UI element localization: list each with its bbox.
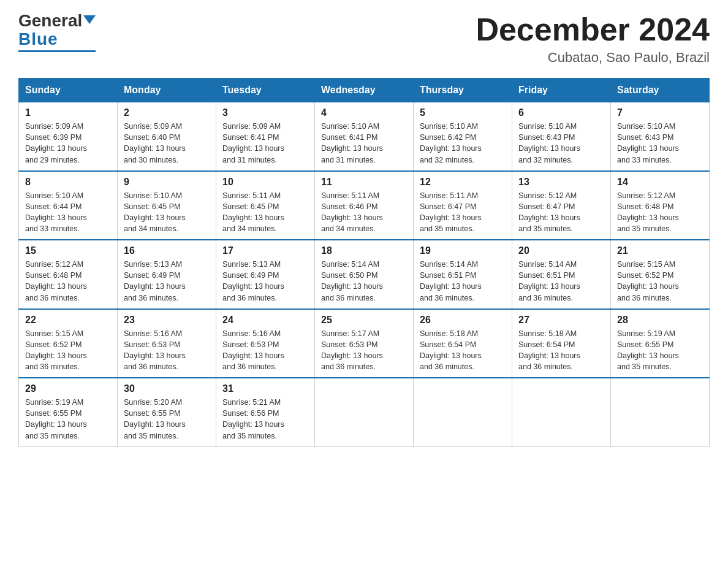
- logo-triangle-icon: [83, 15, 96, 24]
- day-info: Sunrise: 5:10 AM Sunset: 6:41 PM Dayligh…: [321, 121, 407, 166]
- day-info: Sunrise: 5:18 AM Sunset: 6:54 PM Dayligh…: [518, 328, 604, 373]
- page-header: General Blue December 2024 Cubatao, Sao …: [18, 12, 710, 66]
- day-number: 14: [617, 177, 703, 188]
- calendar-week-row: 22 Sunrise: 5:15 AM Sunset: 6:52 PM Dayl…: [19, 309, 710, 378]
- day-info: Sunrise: 5:10 AM Sunset: 6:43 PM Dayligh…: [518, 121, 604, 166]
- day-number: 7: [617, 107, 703, 118]
- day-number: 10: [222, 177, 308, 188]
- day-info: Sunrise: 5:11 AM Sunset: 6:45 PM Dayligh…: [222, 190, 308, 235]
- day-number: 8: [25, 177, 111, 188]
- day-info: Sunrise: 5:19 AM Sunset: 6:55 PM Dayligh…: [617, 328, 703, 373]
- day-info: Sunrise: 5:18 AM Sunset: 6:54 PM Dayligh…: [420, 328, 506, 373]
- table-row: 13 Sunrise: 5:12 AM Sunset: 6:47 PM Dayl…: [512, 171, 611, 240]
- day-number: 9: [124, 177, 210, 188]
- logo: General Blue: [18, 12, 96, 52]
- day-number: 20: [518, 245, 604, 256]
- day-info: Sunrise: 5:15 AM Sunset: 6:52 PM Dayligh…: [617, 259, 703, 304]
- day-info: Sunrise: 5:10 AM Sunset: 6:43 PM Dayligh…: [617, 121, 703, 166]
- table-row: 19 Sunrise: 5:14 AM Sunset: 6:51 PM Dayl…: [414, 240, 512, 309]
- table-row: [611, 378, 710, 446]
- day-number: 18: [321, 245, 407, 256]
- day-info: Sunrise: 5:15 AM Sunset: 6:52 PM Dayligh…: [25, 328, 111, 373]
- day-info: Sunrise: 5:19 AM Sunset: 6:55 PM Dayligh…: [25, 397, 111, 442]
- day-number: 1: [25, 107, 111, 118]
- title-area: December 2024 Cubatao, Sao Paulo, Brazil: [476, 12, 710, 66]
- day-info: Sunrise: 5:16 AM Sunset: 6:53 PM Dayligh…: [222, 328, 308, 373]
- col-sunday: Sunday: [19, 79, 118, 102]
- day-number: 4: [321, 107, 407, 118]
- day-number: 6: [518, 107, 604, 118]
- day-info: Sunrise: 5:17 AM Sunset: 6:53 PM Dayligh…: [321, 328, 407, 373]
- day-number: 3: [222, 107, 308, 118]
- table-row: [414, 378, 512, 446]
- day-number: 28: [617, 315, 703, 326]
- day-info: Sunrise: 5:12 AM Sunset: 6:48 PM Dayligh…: [25, 259, 111, 304]
- day-number: 21: [617, 245, 703, 256]
- day-info: Sunrise: 5:14 AM Sunset: 6:50 PM Dayligh…: [321, 259, 407, 304]
- day-info: Sunrise: 5:12 AM Sunset: 6:47 PM Dayligh…: [518, 190, 604, 235]
- day-number: 12: [420, 177, 506, 188]
- table-row: 3 Sunrise: 5:09 AM Sunset: 6:41 PM Dayli…: [216, 102, 315, 171]
- day-info: Sunrise: 5:14 AM Sunset: 6:51 PM Dayligh…: [518, 259, 604, 304]
- calendar-week-row: 29 Sunrise: 5:19 AM Sunset: 6:55 PM Dayl…: [19, 378, 710, 446]
- day-number: 13: [518, 177, 604, 188]
- table-row: 9 Sunrise: 5:10 AM Sunset: 6:45 PM Dayli…: [118, 171, 216, 240]
- col-friday: Friday: [512, 79, 611, 102]
- day-number: 29: [25, 383, 111, 394]
- table-row: 1 Sunrise: 5:09 AM Sunset: 6:39 PM Dayli…: [19, 102, 118, 171]
- month-title: December 2024: [476, 12, 710, 47]
- table-row: 2 Sunrise: 5:09 AM Sunset: 6:40 PM Dayli…: [118, 102, 216, 171]
- day-info: Sunrise: 5:20 AM Sunset: 6:55 PM Dayligh…: [124, 397, 210, 442]
- day-number: 25: [321, 315, 407, 326]
- table-row: 5 Sunrise: 5:10 AM Sunset: 6:42 PM Dayli…: [414, 102, 512, 171]
- day-number: 24: [222, 315, 308, 326]
- day-number: 17: [222, 245, 308, 256]
- table-row: 25 Sunrise: 5:17 AM Sunset: 6:53 PM Dayl…: [315, 309, 414, 378]
- day-info: Sunrise: 5:14 AM Sunset: 6:51 PM Dayligh…: [420, 259, 506, 304]
- table-row: 20 Sunrise: 5:14 AM Sunset: 6:51 PM Dayl…: [512, 240, 611, 309]
- calendar-week-row: 1 Sunrise: 5:09 AM Sunset: 6:39 PM Dayli…: [19, 102, 710, 171]
- day-number: 15: [25, 245, 111, 256]
- day-info: Sunrise: 5:09 AM Sunset: 6:40 PM Dayligh…: [124, 121, 210, 166]
- day-info: Sunrise: 5:11 AM Sunset: 6:46 PM Dayligh…: [321, 190, 407, 235]
- day-number: 27: [518, 315, 604, 326]
- day-info: Sunrise: 5:13 AM Sunset: 6:49 PM Dayligh…: [222, 259, 308, 304]
- logo-blue: Blue: [18, 29, 58, 49]
- day-number: 31: [222, 383, 308, 394]
- table-row: 16 Sunrise: 5:13 AM Sunset: 6:49 PM Dayl…: [118, 240, 216, 309]
- table-row: 15 Sunrise: 5:12 AM Sunset: 6:48 PM Dayl…: [19, 240, 118, 309]
- day-number: 2: [124, 107, 210, 118]
- day-number: 16: [124, 245, 210, 256]
- table-row: 8 Sunrise: 5:10 AM Sunset: 6:44 PM Dayli…: [19, 171, 118, 240]
- table-row: 11 Sunrise: 5:11 AM Sunset: 6:46 PM Dayl…: [315, 171, 414, 240]
- day-info: Sunrise: 5:21 AM Sunset: 6:56 PM Dayligh…: [222, 397, 308, 442]
- table-row: 6 Sunrise: 5:10 AM Sunset: 6:43 PM Dayli…: [512, 102, 611, 171]
- col-tuesday: Tuesday: [216, 79, 315, 102]
- table-row: 21 Sunrise: 5:15 AM Sunset: 6:52 PM Dayl…: [611, 240, 710, 309]
- col-thursday: Thursday: [414, 79, 512, 102]
- day-number: 26: [420, 315, 506, 326]
- day-number: 11: [321, 177, 407, 188]
- day-info: Sunrise: 5:16 AM Sunset: 6:53 PM Dayligh…: [124, 328, 210, 373]
- day-info: Sunrise: 5:13 AM Sunset: 6:49 PM Dayligh…: [124, 259, 210, 304]
- col-saturday: Saturday: [611, 79, 710, 102]
- table-row: 18 Sunrise: 5:14 AM Sunset: 6:50 PM Dayl…: [315, 240, 414, 309]
- table-row: 14 Sunrise: 5:12 AM Sunset: 6:48 PM Dayl…: [611, 171, 710, 240]
- table-row: 10 Sunrise: 5:11 AM Sunset: 6:45 PM Dayl…: [216, 171, 315, 240]
- day-number: 30: [124, 383, 210, 394]
- logo-general: General: [18, 11, 82, 30]
- table-row: 7 Sunrise: 5:10 AM Sunset: 6:43 PM Dayli…: [611, 102, 710, 171]
- day-info: Sunrise: 5:10 AM Sunset: 6:42 PM Dayligh…: [420, 121, 506, 166]
- calendar-week-row: 15 Sunrise: 5:12 AM Sunset: 6:48 PM Dayl…: [19, 240, 710, 309]
- table-row: 31 Sunrise: 5:21 AM Sunset: 6:56 PM Dayl…: [216, 378, 315, 446]
- col-wednesday: Wednesday: [315, 79, 414, 102]
- logo-text: General: [18, 12, 96, 29]
- table-row: 4 Sunrise: 5:10 AM Sunset: 6:41 PM Dayli…: [315, 102, 414, 171]
- table-row: 28 Sunrise: 5:19 AM Sunset: 6:55 PM Dayl…: [611, 309, 710, 378]
- table-row: 26 Sunrise: 5:18 AM Sunset: 6:54 PM Dayl…: [414, 309, 512, 378]
- table-row: 27 Sunrise: 5:18 AM Sunset: 6:54 PM Dayl…: [512, 309, 611, 378]
- table-row: 24 Sunrise: 5:16 AM Sunset: 6:53 PM Dayl…: [216, 309, 315, 378]
- table-row: 12 Sunrise: 5:11 AM Sunset: 6:47 PM Dayl…: [414, 171, 512, 240]
- table-row: 29 Sunrise: 5:19 AM Sunset: 6:55 PM Dayl…: [19, 378, 118, 446]
- day-number: 22: [25, 315, 111, 326]
